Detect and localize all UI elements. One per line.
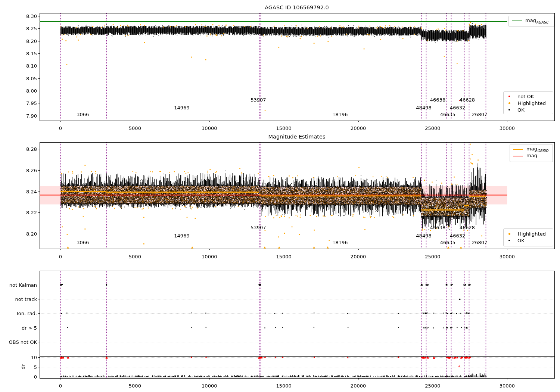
x-tick-label: 25000 xyxy=(425,126,440,131)
obsid-annotation: 53907 xyxy=(251,97,266,102)
x-tick-label: 0 xyxy=(59,126,62,131)
legend-mid-classes: Highlighted OK xyxy=(503,228,553,246)
x-tick-label: 25000 xyxy=(425,254,440,259)
y-tick-label: 8.30 xyxy=(26,14,37,19)
y-tick-label: 8.20 xyxy=(26,231,37,236)
dr-axis-label: dr xyxy=(21,364,26,370)
figure-root: AGASC ID 106569792.0 Magnitude Estimates… xyxy=(0,0,560,392)
obsid-annotation: 46635 xyxy=(440,240,455,245)
x-tick-label: 30000 xyxy=(500,383,515,388)
obsid-annotation: 48498 xyxy=(416,105,431,110)
legend-mag-label: mag xyxy=(526,153,537,159)
middle-plot-title: Magnitude Estimates xyxy=(268,134,325,140)
legend-mag-obsid-label: magOBSID xyxy=(526,146,548,153)
category-label: Ion. rad. xyxy=(17,311,37,316)
x-tick-label: 30000 xyxy=(500,254,515,259)
dr-tick-label: 10 xyxy=(31,355,37,360)
obsid-annotation: 26807 xyxy=(472,112,487,116)
x-tick-label: 20000 xyxy=(351,126,366,131)
mag-line-swatch xyxy=(513,156,523,156)
x-tick-label: 0 xyxy=(59,383,62,388)
obsid-annotation: 26807 xyxy=(472,240,487,245)
not-ok-marker-icon xyxy=(508,96,510,97)
obsid-annotation: 53907 xyxy=(251,225,266,230)
x-tick-label: 10000 xyxy=(202,383,217,388)
y-tick-label: 8.20 xyxy=(26,38,37,43)
category-label: OBS not OK xyxy=(9,340,37,345)
legend-highlighted-label: Highlighted xyxy=(518,231,546,237)
obsid-annotation: 46638 xyxy=(430,97,445,102)
obsid-annotation: 46638 xyxy=(430,225,445,230)
x-tick-label: 0 xyxy=(59,254,62,259)
x-tick-label: 15000 xyxy=(276,126,291,131)
obsid-annotation: 46632 xyxy=(450,105,465,110)
obsid-annotation: 18196 xyxy=(332,112,348,116)
x-tick-label: 15000 xyxy=(276,383,291,388)
obsid-annotation: 46635 xyxy=(440,112,455,116)
obsid-annotation: 46628 xyxy=(460,97,475,102)
legend-top-classes: not OK Highlighted OK xyxy=(503,91,553,114)
y-tick-label: 8.10 xyxy=(26,63,37,68)
obsid-annotation: 3066 xyxy=(77,112,89,116)
ok-marker-icon xyxy=(508,240,510,241)
y-tick-label: 8.24 xyxy=(26,189,37,194)
x-tick-label: 10000 xyxy=(202,126,217,131)
legend-mag-agasc-label: magAGASC xyxy=(525,18,548,24)
legend-ok-label: OK xyxy=(517,107,525,113)
dr-tick-label: 5 xyxy=(34,364,37,369)
legend-highlighted-label: Highlighted xyxy=(518,100,546,106)
y-tick-label: 8.26 xyxy=(26,168,37,172)
obsid-annotation: 14969 xyxy=(174,105,189,110)
x-tick-label: 20000 xyxy=(351,254,366,259)
legend-not-ok-label: not OK xyxy=(517,94,534,99)
obsid-annotation: 48498 xyxy=(416,233,431,238)
obsid-annotation: 14969 xyxy=(174,233,189,238)
x-tick-label: 15000 xyxy=(276,254,291,259)
legend-mid-lines: magOBSID mag xyxy=(510,144,553,162)
y-tick-label: 8.05 xyxy=(26,76,37,81)
x-tick-label: 5000 xyxy=(129,254,141,259)
dr-tick-label: 0 xyxy=(34,374,37,379)
x-tick-label: 5000 xyxy=(129,126,141,131)
category-label: not track xyxy=(15,297,37,302)
highlighted-marker-icon xyxy=(508,102,510,104)
top-plot-title: AGASC ID 106569792.0 xyxy=(265,5,329,10)
obsid-annotation: 3066 xyxy=(77,240,89,245)
y-tick-label: 8.15 xyxy=(26,51,37,56)
y-tick-label: 8.00 xyxy=(26,88,37,93)
obsid-annotation: 46632 xyxy=(450,233,465,238)
legend-mag-agasc: magAGASC xyxy=(508,16,554,27)
y-tick-label: 8.28 xyxy=(26,146,37,151)
chart-canvas xyxy=(0,0,560,392)
ok-marker-icon xyxy=(508,109,510,111)
y-tick-label: 8.25 xyxy=(26,26,37,31)
mag-obsid-line-swatch xyxy=(513,149,523,150)
obsid-annotation: 46628 xyxy=(460,225,475,230)
x-tick-label: 25000 xyxy=(425,383,440,388)
category-label: not Kalman xyxy=(9,283,37,287)
category-label: dr > 5 xyxy=(22,325,37,330)
legend-ok-label: OK xyxy=(517,238,525,243)
x-tick-label: 10000 xyxy=(202,254,217,259)
x-tick-label: 30000 xyxy=(500,126,515,131)
y-tick-label: 7.90 xyxy=(26,113,37,118)
mag-agasc-line-swatch xyxy=(512,21,522,21)
y-tick-label: 7.95 xyxy=(26,101,37,106)
y-tick-label: 8.22 xyxy=(26,210,37,215)
obsid-annotation: 18196 xyxy=(332,240,348,245)
x-tick-label: 20000 xyxy=(351,383,366,388)
x-tick-label: 5000 xyxy=(129,383,141,388)
highlighted-marker-icon xyxy=(508,233,510,235)
